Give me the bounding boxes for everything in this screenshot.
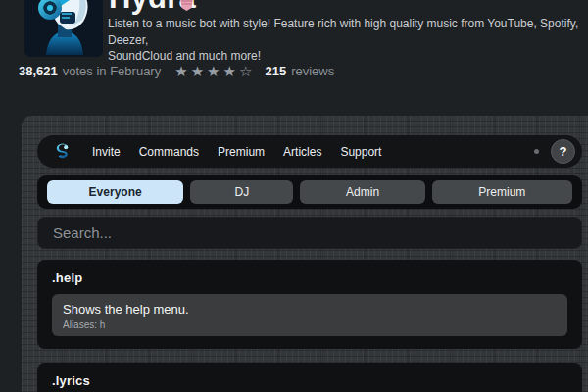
nav-item-commands[interactable]: Commands <box>139 145 199 159</box>
description-line: Listen to a music bot with style! Featur… <box>108 16 584 48</box>
hydra-logo-icon[interactable] <box>55 143 72 160</box>
star-icon: ★ <box>174 63 190 79</box>
reviews-label: reviews <box>291 64 334 78</box>
votes-label: votes in February <box>63 64 161 78</box>
tab-everyone[interactable]: Everyone <box>47 180 183 204</box>
command-name: .help <box>52 270 567 285</box>
votes-count: 38,621 <box>19 64 58 78</box>
star-rating: ★★★★☆ <box>174 64 255 78</box>
bot-description: Listen to a music bot with style! Featur… <box>108 16 584 65</box>
command-name: .lyrics <box>52 373 567 388</box>
tab-admin[interactable]: Admin <box>300 180 424 204</box>
command-search <box>37 217 582 249</box>
bot-listing-page: Hydra Listen to a music bot with style! … <box>0 0 588 392</box>
bot-avatar <box>24 0 103 57</box>
stats-row: 38,621 votes in February ★★★★☆ 215 revie… <box>19 61 339 80</box>
robot-avatar-image <box>24 0 103 57</box>
star-icon: ☆ <box>239 63 255 79</box>
certified-badge-icon <box>179 0 194 11</box>
command-aliases: Aliases: h <box>63 319 557 331</box>
command-detail-box: Shows the help menu. Aliases: h <box>52 294 567 336</box>
command-card-help: .help Shows the help menu. Aliases: h <box>37 260 582 349</box>
star-icon: ★ <box>191 63 207 79</box>
tab-dj[interactable]: DJ <box>190 180 293 204</box>
permission-tabs: Everyone DJ Admin Premium <box>37 175 582 209</box>
search-input[interactable] <box>37 217 582 249</box>
command-card-lyrics: .lyrics Shows lyrics for the currently p… <box>37 363 582 392</box>
star-icon: ★ <box>207 63 222 79</box>
tab-premium[interactable]: Premium <box>432 180 572 204</box>
command-description: Shows the help menu. <box>63 301 557 318</box>
nav-item-articles[interactable]: Articles <box>283 145 321 159</box>
nav-item-invite[interactable]: Invite <box>92 145 121 159</box>
nav-item-premium[interactable]: Premium <box>218 145 265 159</box>
nav-item-support[interactable]: Support <box>340 145 381 159</box>
help-button[interactable]: ? <box>551 139 575 164</box>
status-dot <box>534 149 539 154</box>
star-icon: ★ <box>223 63 239 79</box>
commands-panel: Invite Commands Premium Articles Support… <box>22 116 588 392</box>
reviews-count: 215 <box>265 64 286 78</box>
panel-navbar: Invite Commands Premium Articles Support… <box>37 135 582 168</box>
